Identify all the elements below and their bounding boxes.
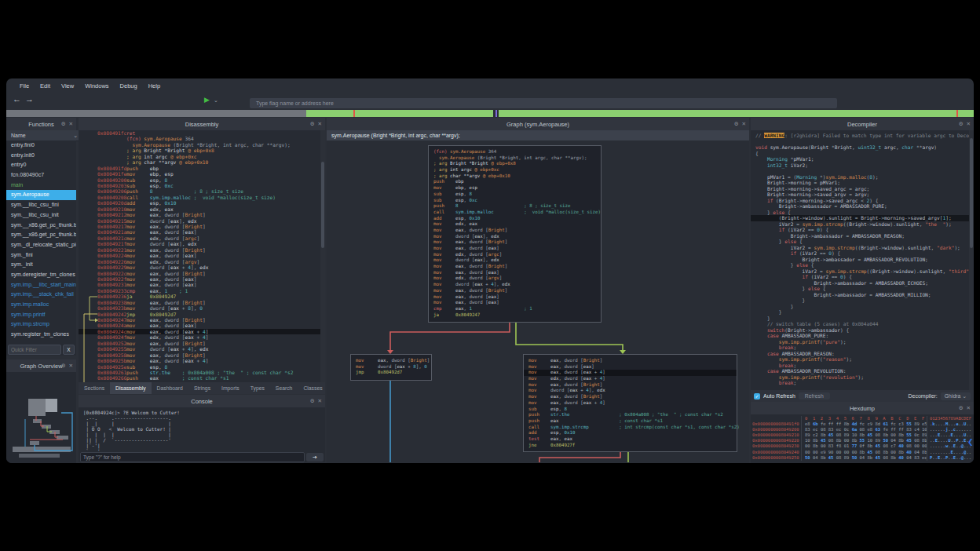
graph-node-line[interactable]: cmp eax, 1 ; 1 — [433, 306, 596, 312]
decompiler-line[interactable]: iVar2 = sym.imp.strcmp((Bright->window).… — [755, 268, 974, 275]
function-item[interactable]: sym.imp.__stack_chk_fail — [6, 290, 76, 300]
decompiler-code[interactable]: // WARNING: [r2ghidra] Failed to match t… — [751, 130, 974, 390]
disasm-line[interactable]: 0x08049261push str.the ; 0x804a008 ; "th… — [79, 370, 325, 375]
graph-node-line[interactable]: ; arg Bright *Bright @ ebp+0x8 — [433, 161, 596, 167]
debug-play-icon[interactable]: ▶ — [204, 96, 210, 104]
disasm-line[interactable]: 0x08049255mov dword [eax + 4], edx — [79, 346, 325, 352]
decompiler-line[interactable]: if (Bright->morning->saved_argc < 2) { — [755, 198, 974, 204]
disasm-line[interactable]: 0x080491femov ebp, esp — [79, 171, 325, 177]
decompiler-engine-select[interactable]: Ghidra ⌄ — [941, 392, 971, 400]
disasm-line[interactable]: 0x08049238mov eax, dword [Bright] — [79, 300, 325, 305]
gear-icon[interactable]: ⚙ — [734, 121, 739, 127]
function-item[interactable]: sym.imp.__libc_start_main — [6, 280, 76, 290]
back-icon[interactable]: ← — [13, 94, 21, 104]
decompiler-line[interactable]: case AMBASSADOR_REASON: — [755, 351, 974, 357]
graph-node-entry[interactable]: (fcn) sym.Aeropause 364 sym.Aeropause (B… — [428, 145, 602, 323]
disasm-line[interactable]: 0x08049224mov eax, dword [eax] — [79, 253, 325, 258]
disasm-line[interactable]: ; arg Bright *Bright @ ebp+0x8 — [79, 148, 325, 153]
gear-icon[interactable]: ⚙ — [959, 121, 964, 127]
graph-node-line[interactable]: sym.Aeropause (Bright *Bright, int argc,… — [433, 155, 596, 162]
decompiler-line[interactable]: if (iVar2 == 0) { — [755, 274, 974, 280]
tab-sections[interactable]: Sections — [79, 382, 110, 394]
decompiler-line[interactable]: } — [755, 316, 974, 322]
hexdump-row[interactable]: 0x00000000080491f0e8 6b fe ff ff 8b 4d f… — [752, 421, 974, 427]
send-command-button[interactable]: ➔ — [306, 453, 324, 462]
decompiler-line[interactable]: (Bright->window).sunlight = Bright->morn… — [751, 215, 974, 221]
gear-icon[interactable]: ⚙ — [61, 363, 66, 369]
hexdump-row[interactable]: 0x000000000804922010 8b 45 08 8b 00 8b 5… — [752, 438, 974, 443]
decompiler-line[interactable]: } — [755, 309, 974, 316]
disasm-line[interactable]: 0x08049210mov edx, eax — [79, 206, 325, 212]
graph-node-true-branch[interactable]: mov eax, dword [Bright]mov eax, dword [e… — [523, 354, 737, 452]
disasm-line[interactable]: 0x08049217mov eax, dword [Bright] — [79, 224, 325, 229]
gear-icon[interactable]: ⚙ — [959, 405, 964, 411]
disasm-line[interactable]: 0x08049233cmp eax, 1 ; 1 — [79, 288, 325, 294]
decompiler-line[interactable]: Bright->morning = pMVar1; — [755, 180, 974, 186]
graph-node-line[interactable]: mov eax, dword [eax + 4] — [524, 370, 737, 376]
decompiler-line[interactable]: Bright->ambassador = AMBASSADOR_REVOLUTI… — [755, 257, 974, 263]
graph-node-line[interactable]: jmp 0x80492d7 — [356, 370, 426, 376]
tab-strings[interactable]: Strings — [188, 382, 216, 394]
disasm-line[interactable]: 0x080491fcret — [79, 130, 325, 136]
tab-disassembly[interactable]: Disassembly — [110, 382, 152, 394]
decompiler-line[interactable]: break; — [755, 380, 974, 386]
decompiler-line[interactable] — [755, 139, 974, 145]
functions-sort-combo[interactable]: Name ⌄ — [6, 130, 81, 141]
close-icon[interactable]: ✕ — [318, 121, 322, 127]
play-chevron-icon[interactable]: ⌄ — [214, 97, 218, 104]
decompiler-line[interactable]: } — [755, 304, 974, 310]
menu-view[interactable]: View — [56, 82, 79, 89]
decompiler-line[interactable]: iVar2 = sym.imp.strcmp((Bright->window).… — [755, 245, 974, 251]
disasm-line[interactable]: 0x08049231mov eax, dword [eax] — [79, 282, 325, 287]
graph-node-line[interactable]: call sym.imp.malloc ; void *malloc(size_… — [433, 210, 596, 216]
function-item[interactable]: sym.__x86.get_pc_thunk.bx — [6, 230, 76, 240]
function-item[interactable]: sym.register_tm_clones — [6, 330, 76, 340]
function-item[interactable]: sym._dl_relocate_static_pie — [6, 240, 76, 250]
disasm-line[interactable]: 0x08049258mov eax, dword [Bright] — [79, 352, 325, 358]
graph-node-line[interactable]: mov edx, dword [argc] — [433, 252, 596, 258]
graph-node-line[interactable]: ja 0x8049247 — [433, 312, 596, 319]
disasm-line[interactable]: 0x08049200sub esp, 8 — [79, 177, 325, 183]
graph-node-line[interactable]: mov dword [eax + 4], edx — [433, 282, 596, 288]
graph-node-line[interactable]: mov eax, dword [Bright] — [528, 382, 732, 389]
function-item[interactable]: sym.__libc_csu_fini — [6, 200, 76, 210]
function-item[interactable]: entry.init0 — [6, 151, 76, 161]
graph-node-line[interactable]: add esp, 0x10 — [528, 430, 732, 436]
graph-node-line[interactable]: mov eax, dword [Bright] — [433, 288, 596, 294]
menu-debug[interactable]: Debug — [115, 82, 143, 89]
scrollbar-handle[interactable] — [321, 162, 324, 248]
decompiler-line[interactable]: Bright->ambassador = AMBASSADOR_PURE; — [755, 203, 974, 210]
decompiler-line[interactable]: break; — [755, 345, 974, 351]
disasm-line[interactable]: 0x0804924cmov eax, dword [eax + 4] — [79, 329, 325, 334]
disasm-line[interactable]: 0x0804921cmov edx, dword [argc] — [79, 235, 325, 241]
disasm-line[interactable]: 0x08049236ja 0x8049247 — [79, 294, 325, 299]
graph-node-line[interactable]: push eax ; const char *s1 — [528, 418, 732, 425]
function-item[interactable]: sym.__x86.get_pc_thunk.bp — [6, 221, 76, 231]
graph-node-line[interactable]: jne 0x804927f — [528, 443, 732, 449]
function-item[interactable]: sym.imp.printf — [6, 310, 76, 320]
quick-filter-input[interactable] — [8, 345, 61, 355]
graph-node-line[interactable]: test eax, eax — [528, 436, 732, 443]
decompiler-line[interactable]: sym.imp.printf("revolution"); — [755, 374, 974, 381]
memory-map-bar[interactable] — [6, 110, 974, 117]
disasm-line[interactable]: 0x08049206push 8 ; 8 ; size_t size — [79, 188, 325, 194]
decompiler-line[interactable]: void sym.Aeropause(Bright *Bright, uint3… — [755, 144, 974, 151]
graph-overview-minimap[interactable] — [6, 372, 76, 463]
disasm-line[interactable]: 0x0804924amov eax, dword [eax] — [79, 323, 325, 328]
graph-node-line[interactable]: mov eax, dword [Bright] — [528, 358, 732, 364]
graph-node-line[interactable]: ; arg int argc @ ebp+0xc — [433, 167, 596, 173]
disasm-line[interactable]: 0x08049252mov eax, dword [Bright] — [79, 341, 325, 346]
graph-node-line[interactable]: mov dword [eax], edx — [433, 257, 596, 264]
function-item[interactable]: sym.__libc_csu_init — [6, 210, 76, 221]
collapse-left-icon[interactable]: ❮ — [967, 438, 974, 446]
menu-windows[interactable]: Windows — [79, 82, 114, 89]
decompiler-line[interactable]: case AMBASSADOR_REVOLUTION: — [755, 368, 974, 374]
hexdump-view[interactable]: 0 1 2 3 4 5 6 7 8 9 A B C D E F012345678… — [751, 414, 974, 463]
disasm-line[interactable]: 0x08049208call sym.imp.malloc ; void *ma… — [79, 195, 325, 200]
disasm-line[interactable]: ; arg int argc @ ebp+0xc — [79, 154, 325, 159]
graph-node-line[interactable]: mov eax, dword [Bright] — [433, 239, 596, 246]
graph-node-line[interactable]: mov edx, eax — [433, 221, 596, 228]
decompiler-line[interactable]: case AMBASSADOR_PURE: — [755, 333, 974, 339]
gear-icon[interactable]: ⚙ — [310, 398, 315, 404]
disasm-line[interactable]: (fcn) sym.Aeropause 364 — [79, 136, 325, 141]
